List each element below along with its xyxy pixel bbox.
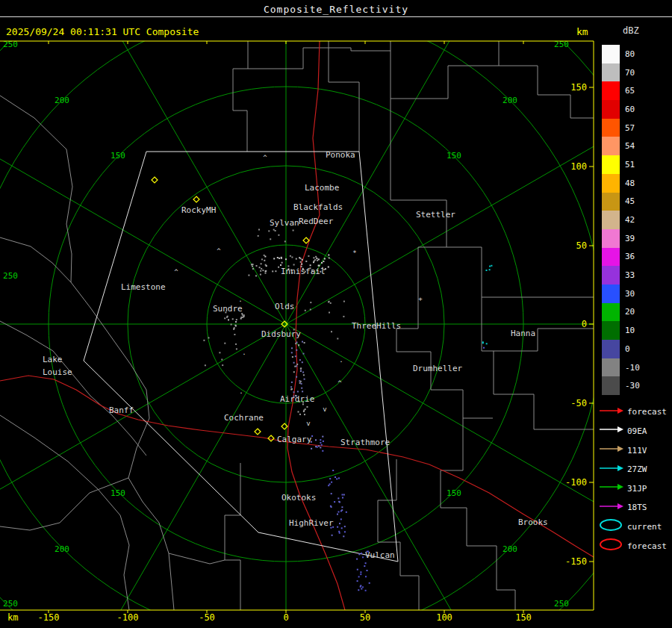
radar-map[interactable]: ^^^*+...^.vvPonokaLacombeBlackfaldsSylva… [0, 0, 597, 628]
colorbar-value: 80 [625, 49, 635, 59]
city-labels: PonokaLacombeBlackfaldsSylvanRedDeerRock… [43, 150, 548, 560]
colorbar-value: -30 [625, 381, 640, 391]
colorbar-swatch [602, 193, 620, 211]
colorbar-value: 0 [625, 344, 630, 354]
legend-label: current [627, 522, 662, 532]
legend-row: forecast [597, 536, 672, 556]
city-label-airdrie: Airdrie [280, 394, 314, 404]
colorbar-swatch [602, 174, 620, 193]
current-ellipse-icon [599, 518, 624, 535]
colorbar-value: 45 [625, 196, 635, 206]
colorbar-row: 70 [597, 63, 672, 82]
colorbar-value: 36 [625, 252, 635, 261]
svg-text:150: 150 [447, 151, 461, 161]
colorbar-swatch [602, 137, 620, 155]
colorbar-swatch [602, 229, 620, 248]
city-label-lake: Lake [43, 355, 63, 364]
legend-row: forecast [597, 402, 672, 422]
colorbar-value: 70 [625, 68, 635, 78]
svg-text:^: ^ [217, 247, 221, 255]
svg-text:v: v [323, 405, 326, 413]
colorbar-row: 80 [597, 45, 672, 63]
city-label-lacombe: Lacombe [305, 183, 339, 193]
svg-text:^: ^ [337, 379, 342, 387]
colorbar-value: 65 [625, 86, 635, 96]
colorbar-row: 39 [597, 229, 672, 248]
city-label-highriver: HighRiver [289, 518, 334, 528]
svg-text:0: 0 [582, 319, 587, 329]
colorbar-row: 48 [597, 174, 672, 193]
colorbar-row: 20 [597, 303, 672, 322]
colorbar-row: -30 [597, 376, 672, 395]
colorbar-row: -10 [597, 358, 672, 377]
colorbar-swatch [602, 100, 620, 119]
svg-text:150: 150 [111, 488, 125, 498]
svg-text:200: 200 [503, 96, 517, 105]
colorbar-swatch [602, 321, 620, 340]
legend-label: 31JP [627, 484, 647, 494]
svg-text:250: 250 [554, 599, 569, 609]
legend-row: 18TS [597, 498, 672, 517]
svg-text:-150: -150 [38, 612, 60, 623]
city-label-sylvan: Sylvan [270, 218, 299, 228]
31jp-arrow-icon [599, 480, 624, 497]
legend-row: 09EA [597, 422, 672, 441]
colorbar-swatch [602, 358, 620, 377]
sidebar: dBZ 807065605754514845423936333020100-10… [597, 21, 672, 556]
svg-text:-50: -50 [570, 398, 587, 408]
city-label-reddeer: RedDeer [299, 217, 334, 226]
legend-label: 111V [627, 446, 647, 456]
svg-text:*: * [352, 249, 356, 257]
svg-text:150: 150 [111, 151, 125, 161]
svg-text:50: 50 [576, 240, 587, 251]
colorbar-swatch [602, 45, 620, 63]
city-label-hanna: Hanna [511, 329, 535, 338]
legend-label: forecast [627, 407, 667, 417]
city-label-threehills: ThreeHills [352, 321, 401, 331]
svg-text:200: 200 [503, 544, 517, 554]
colorbar-swatch [602, 155, 620, 174]
svg-text:.: . [339, 356, 343, 364]
colorbar-row: 45 [597, 193, 672, 211]
colorbar-row: 42 [597, 211, 672, 229]
colorbar-row: 60 [597, 100, 672, 119]
legend-row: current [597, 517, 672, 537]
map-layers: ^^^*+...^.vv [0, 0, 597, 628]
svg-text:-150: -150 [565, 556, 587, 567]
svg-text:0: 0 [283, 612, 288, 623]
colorbar-value: 57 [625, 123, 635, 133]
svg-text:.: . [242, 349, 246, 356]
city-label-innisfail: Innisfail [281, 267, 326, 276]
legend-label: 18TS [627, 503, 647, 512]
colorbar-swatch [602, 376, 620, 395]
colorbar-swatch [602, 81, 620, 100]
colorbar-swatch [602, 248, 620, 267]
svg-text:.: . [238, 296, 242, 303]
colorbar-value: -10 [625, 363, 640, 373]
svg-text:250: 250 [3, 599, 18, 609]
colorbar-value: 60 [625, 105, 635, 114]
svg-text:-100: -100 [117, 612, 139, 623]
city-label-blackfalds: Blackfalds [293, 202, 343, 212]
svg-text:100: 100 [570, 161, 587, 172]
colorbar-row: 57 [597, 119, 672, 137]
colorbar-swatch [602, 63, 620, 82]
colorbar-swatch [602, 119, 620, 137]
colorbar-value: 33 [625, 270, 635, 280]
radar-echoes [203, 229, 492, 591]
legend-row: 31JP [597, 479, 672, 498]
forecast-arrow-icon [599, 404, 624, 420]
colorbar-row: 30 [597, 285, 672, 303]
colorbar-value: 10 [625, 326, 635, 335]
svg-text:150: 150 [570, 82, 587, 93]
city-label-sundre: Sundre [213, 304, 243, 314]
city-label-cochrane: Cochrane [224, 413, 264, 423]
colorbar-value: 42 [625, 215, 635, 225]
city-label-brooks: Brooks [518, 517, 548, 527]
svg-text:150: 150 [447, 488, 461, 498]
18ts-arrow-icon [599, 500, 624, 516]
city-label-ponoka: Ponoka [326, 150, 355, 160]
svg-text:-100: -100 [565, 477, 587, 488]
colorbar-swatch [602, 340, 620, 358]
colorbar-value: 39 [625, 234, 635, 243]
